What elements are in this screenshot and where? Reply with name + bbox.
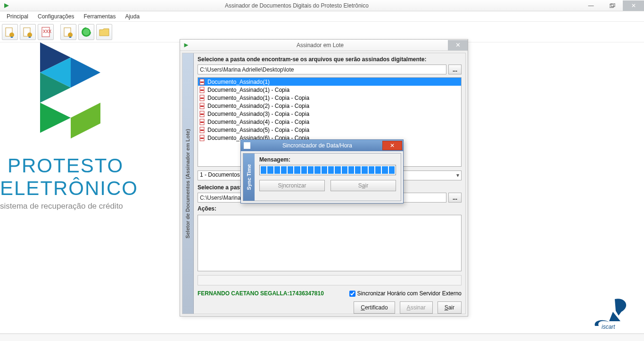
menu-principal[interactable]: Principal	[2, 12, 33, 21]
svg-point-10	[68, 32, 73, 37]
window-title: Assinador de Documentos Digitais do Prot…	[13, 2, 580, 9]
svg-rect-27	[200, 106, 204, 107]
signer-name: FERNANDO CAETANO SEGALLA:17436347810	[198, 290, 324, 297]
toolbar-folder-icon[interactable]	[96, 24, 112, 40]
menubar: Principal Configurações Ferramentas Ajud…	[0, 11, 644, 22]
status-box	[198, 275, 462, 285]
sync-titlebar: Sincronizador de Data/Hora ✕	[241, 140, 403, 151]
file-name: Documento_Assinado(4) - Copia - Copia	[207, 119, 309, 125]
assinar-button[interactable]: Assinar	[400, 301, 433, 314]
actions-textarea[interactable]	[198, 215, 462, 271]
sync-side-tab: Sync Time	[243, 154, 255, 201]
file-item[interactable]: Documento_Assinado(1) - Copia	[198, 86, 461, 94]
file-item[interactable]: Documento_Assinado(3) - Copia - Copia	[198, 110, 461, 118]
statusbar	[0, 333, 644, 341]
sync-dialog-icon	[244, 142, 250, 149]
pdf-icon	[199, 103, 206, 109]
pdf-icon	[199, 119, 206, 125]
sync-sincronizar-button[interactable]: Sincronizar	[259, 180, 325, 191]
dialog-titlebar: Assinador em Lote ✕	[180, 40, 468, 51]
file-name: Documento_Assinado(3) - Copia - Copia	[207, 111, 309, 117]
file-name: Documento_Assinado(1) - Copia	[207, 87, 289, 93]
brand-logo: PROTESTO ELETRÔNICO sistema de recuperaç…	[0, 42, 137, 211]
file-name: Documento_Assinado(2) - Copia - Copia	[207, 103, 309, 109]
svg-marker-17	[40, 103, 71, 133]
label-acoes: Ações:	[198, 205, 462, 212]
sync-sair-button[interactable]: Sair	[330, 180, 396, 191]
toolbar-cert2-icon[interactable]	[20, 24, 36, 40]
file-name: Documento_Assinado(1) - Copia - Copia	[207, 95, 309, 101]
svg-marker-19	[184, 43, 189, 47]
sync-checkbox-input[interactable]	[349, 291, 355, 297]
svg-rect-23	[200, 89, 204, 91]
svg-marker-18	[71, 103, 100, 138]
file-item[interactable]: Documento_Assinado(5) - Copia - Copia	[198, 126, 461, 134]
svg-text:iscart: iscart	[602, 324, 615, 330]
logo-text-1: PROTESTO	[8, 154, 137, 177]
sync-close-button[interactable]: ✕	[382, 141, 402, 150]
certificado-button[interactable]: Certificado	[354, 301, 395, 314]
logo-text-3: sistema de recuperação de crédito	[0, 202, 137, 211]
pdf-icon	[199, 127, 206, 133]
browse-dest-button[interactable]: ...	[448, 193, 462, 203]
file-item[interactable]: Documento_Assinado(4) - Copia - Copia	[198, 118, 461, 126]
file-item[interactable]: Documento_Assinado(2) - Copia - Copia	[198, 102, 461, 110]
dialog-icon	[183, 42, 190, 49]
svg-point-12	[83, 29, 90, 35]
svg-point-6	[27, 32, 32, 37]
pdf-icon	[199, 79, 206, 85]
sair-button[interactable]: Sair	[438, 301, 462, 314]
toolbar-xml-icon[interactable]: xxx	[38, 24, 54, 40]
minimize-button[interactable]: —	[580, 0, 602, 11]
svg-rect-21	[200, 81, 204, 83]
svg-text:xxx: xxx	[43, 28, 51, 34]
sync-label: Mensagem:	[259, 156, 396, 163]
file-name: Documento_Assinado(5) - Copia - Copia	[207, 127, 309, 133]
logo-text-2: ELETRÔNICO	[0, 177, 137, 200]
svg-marker-15	[71, 57, 100, 88]
dialog-close-button[interactable]: ✕	[448, 40, 468, 50]
dialog-title: Assinador em Lote	[192, 42, 448, 49]
sync-title: Sincronizador de Data/Hora	[253, 142, 381, 149]
pdf-icon	[199, 95, 206, 101]
svg-marker-0	[4, 3, 9, 8]
pdf-icon	[199, 135, 206, 141]
svg-rect-1	[610, 4, 613, 8]
file-item[interactable]: Documento_Assinado(1)	[198, 78, 461, 86]
sync-dialog: Sincronizador de Data/Hora ✕ Sync Time M…	[240, 139, 404, 203]
svg-rect-35	[200, 138, 204, 139]
file-item[interactable]: Documento_Assinado(1) - Copia - Copia	[198, 94, 461, 102]
main-titlebar: Assinador de Documentos Digitais do Prot…	[0, 0, 644, 11]
svg-point-4	[9, 32, 14, 37]
menu-configuracoes[interactable]: Configurações	[33, 12, 79, 21]
toolbar-cert3-icon[interactable]	[60, 24, 76, 40]
browse-source-button[interactable]: ...	[448, 65, 462, 74]
svg-rect-31	[200, 122, 204, 123]
sync-checkbox[interactable]: Sincronizar Horário com Servidor Externo	[349, 290, 462, 297]
side-tab[interactable]: Seletor de Documentos (Assinador em Lote…	[182, 53, 194, 314]
pdf-icon	[199, 87, 206, 93]
file-name: Documento_Assinado(1)	[207, 79, 270, 85]
svg-rect-25	[200, 97, 204, 99]
app-icon	[3, 2, 10, 9]
svg-rect-2	[611, 3, 615, 7]
label-source-folder: Selecione a pasta onde encontram-se os a…	[198, 56, 462, 63]
svg-rect-33	[200, 130, 204, 131]
source-path-input[interactable]	[198, 65, 446, 74]
siscart-logo: iscart	[592, 298, 637, 333]
toolbar-cert1-icon[interactable]	[2, 24, 18, 40]
toolbar-globe-icon[interactable]	[78, 24, 94, 40]
menu-ajuda[interactable]: Ajuda	[120, 12, 144, 21]
menu-ferramentas[interactable]: Ferramentas	[79, 12, 120, 21]
maximize-button[interactable]	[602, 0, 623, 11]
pdf-icon	[199, 111, 206, 117]
svg-rect-29	[200, 114, 204, 115]
close-button[interactable]: ✕	[623, 0, 644, 11]
sync-progress	[259, 165, 396, 175]
